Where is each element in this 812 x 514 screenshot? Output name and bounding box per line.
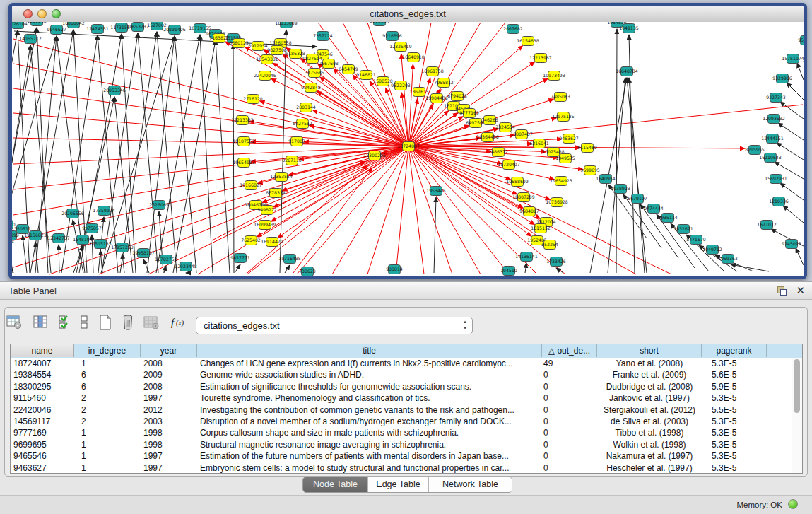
table-row[interactable]: 1938455462009Genome-wide association stu…: [11, 369, 792, 381]
graph-node-label: 22420046: [254, 73, 276, 78]
column-header-in_degree[interactable]: in_degree: [74, 344, 141, 357]
table-cell: Stergiakouli et al. (2012): [597, 404, 702, 416]
table-scrollbar[interactable]: [792, 358, 802, 473]
graph-node-label: 18300295: [363, 153, 386, 158]
column-header-year[interactable]: year: [141, 344, 197, 357]
graph-node-label: 7485063: [551, 94, 570, 99]
graph-edge: [12, 248, 13, 273]
graph-edge: [212, 161, 365, 240]
table-row[interactable]: 977716911998Corpus callosum shape and si…: [11, 427, 792, 439]
graph-node-label: 10688609: [506, 179, 529, 184]
graph-node-label: 12342737: [47, 235, 70, 240]
svg-text:f: f: [171, 317, 175, 328]
graph-node-label: 7357224: [313, 33, 333, 38]
graph-node-label: 746266: [481, 117, 498, 122]
graph-node-label: 6679197: [628, 196, 647, 201]
graph-node-label: 2026104: [12, 22, 28, 26]
table-row[interactable]: 2242004622012Investigating the contribut…: [11, 404, 792, 416]
graph-node-label: 9329966: [772, 76, 792, 81]
network-graph-canvas[interactable]: 2026104126124590466271405571216860042124…: [12, 22, 804, 276]
graph-node-label: 16210643: [759, 155, 782, 160]
graph-edge: [408, 146, 452, 274]
graph-edge: [731, 264, 769, 271]
graph-node-label: 1210336: [769, 199, 789, 204]
table-cell: 18300295: [11, 381, 74, 392]
column-header-out_de[interactable]: △ out_de...: [542, 344, 597, 357]
graph-node-label: 9827508: [267, 47, 287, 52]
table-options-button[interactable]: [6, 314, 24, 332]
graph-edge: [200, 35, 213, 273]
graph-edge: [280, 30, 286, 273]
graph-node-label: 1949575: [555, 156, 575, 160]
graph-node-label: 15751074: [782, 56, 804, 61]
network-window-titlebar[interactable]: citations_edges.txt: [12, 6, 804, 23]
table-cell: 5.3E-5: [702, 416, 767, 427]
table-selector-dropdown[interactable]: citations_edges.txt ▲▼: [196, 317, 473, 334]
graph-edge: [787, 83, 804, 100]
table-cell: 1: [74, 462, 141, 473]
function-builder-button[interactable]: f(x): [170, 314, 188, 332]
graph-edge: [100, 250, 102, 273]
graph-edge: [13, 138, 408, 146]
graph-node-label: 18724007: [397, 144, 420, 148]
table-cell: 6: [74, 369, 141, 380]
clear-selection-button[interactable]: [79, 314, 98, 332]
graph-node-label: 12260558: [269, 40, 292, 45]
graph-node-label: 17957253: [111, 245, 134, 250]
graph-node-label: 20364456: [476, 134, 499, 139]
memory-ok-indicator-icon[interactable]: [788, 499, 798, 509]
graph-node-label: 9227343: [766, 95, 786, 100]
table-row[interactable]: 1830029562008Estimation of significance …: [11, 381, 792, 393]
graph-node-label: 2486372: [488, 149, 508, 154]
table-cell: 2008: [141, 381, 197, 392]
tab-edge-table[interactable]: Edge Table: [368, 477, 429, 492]
table-cell: 1998: [141, 439, 197, 450]
tab-node-table[interactable]: Node Table: [303, 477, 368, 492]
table-cell: 2003: [141, 416, 197, 427]
delete-columns-button[interactable]: [120, 314, 139, 332]
column-header-name[interactable]: name: [11, 344, 74, 357]
column-header-pagerank[interactable]: pagerank: [702, 344, 767, 357]
table-row[interactable]: 1872400712008Changes of HCN gene express…: [11, 358, 792, 370]
graph-edge: [13, 113, 408, 146]
graph-node-label: 10807487: [510, 132, 533, 136]
column-header-short[interactable]: short: [597, 344, 702, 357]
table-panel-body: f(x) citations_edges.txt ▲▼ namein_degre…: [0, 300, 812, 495]
graph-node-label: 12213967: [529, 55, 552, 60]
table-row[interactable]: 1456911722003Disruption of a novel membe…: [11, 416, 792, 428]
graph-edge: [59, 245, 59, 273]
show-columns-button[interactable]: [33, 314, 51, 332]
network-view-window: citations_edges.txt 20261041261245904662…: [8, 3, 807, 279]
table-selector-value: citations_edges.txt: [204, 320, 280, 331]
graph-node-label: 10719155: [189, 25, 211, 30]
scrollbar-thumb[interactable]: [794, 359, 800, 413]
graph-node-label: 1677012: [757, 222, 777, 227]
graph-node-label: 12325419: [389, 44, 412, 49]
select-rows-button[interactable]: [58, 314, 76, 332]
float-panel-icon[interactable]: [777, 286, 787, 296]
close-panel-icon[interactable]: ✕: [796, 284, 805, 297]
graph-node-label: 1588520: [373, 78, 393, 83]
table-panel-titlebar: Table Panel ✕: [0, 281, 812, 300]
graph-node-label: 1953445: [426, 188, 446, 193]
show-columns-icon: [33, 321, 49, 333]
graph-edge: [13, 146, 408, 189]
network-graph[interactable]: 2026104126124590466271405571216860042124…: [12, 22, 804, 276]
clear-selection-icon: [79, 321, 89, 333]
graph-edge: [233, 45, 234, 273]
graph-node-label: 19904486: [425, 95, 448, 100]
tab-network-table[interactable]: Network Table: [429, 477, 512, 492]
table-row[interactable]: 911546021997Tourette syndrome. Phenomeno…: [11, 392, 792, 404]
table-cell: Changes of HCN gene expression and I(f) …: [197, 358, 542, 369]
column-header-title[interactable]: title: [197, 344, 542, 357]
graph-node-label: 8471670: [686, 237, 706, 242]
table-cell: Tibbo et al. (1998): [597, 427, 702, 438]
table-row[interactable]: 946554611997Estimation of the future num…: [11, 450, 792, 462]
delete-table-icon: [143, 321, 160, 333]
table-cell: 1997: [141, 462, 197, 473]
table-row[interactable]: 946362711997Embryonic stem cells: a mode…: [11, 462, 792, 473]
table-cell: 1: [74, 427, 141, 438]
graph-edge: [525, 263, 526, 273]
new-column-button[interactable]: [98, 314, 116, 332]
table-row[interactable]: 969969511998Structural magnetic resonanc…: [11, 439, 792, 451]
